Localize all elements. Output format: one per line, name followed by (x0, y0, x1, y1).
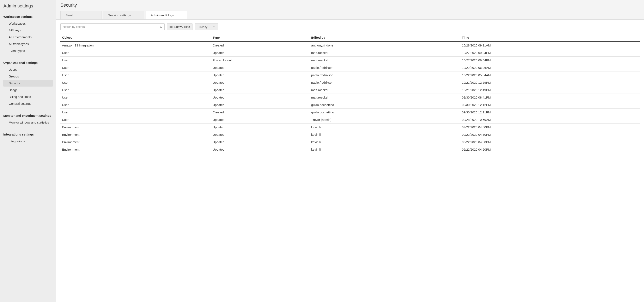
column-header-edited-by[interactable]: Edited by (310, 34, 460, 41)
cell-type: Created (211, 109, 310, 116)
page-title: Security (60, 2, 640, 11)
cell-type: Updated (211, 94, 310, 101)
column-header-time[interactable]: Time (460, 34, 640, 41)
column-header-object[interactable]: Object (60, 34, 211, 41)
sidebar-divider (2, 56, 54, 56)
svg-rect-2 (170, 26, 172, 28)
sidebar-title: Admin settings (0, 2, 56, 12)
svg-line-1 (162, 27, 162, 28)
sidebar-item-security[interactable]: Security (3, 80, 53, 86)
cell-type: Forced logout (211, 57, 310, 64)
cell-time: 09/22/2020 04:50PM (460, 131, 640, 138)
table-row[interactable]: UserUpdatedpablo.fredrikson10/22/2020 06… (60, 64, 640, 71)
tab-saml[interactable]: Saml (60, 11, 102, 19)
sidebar-section-heading: Integrations settings (0, 130, 56, 138)
sidebar-item-users[interactable]: Users (3, 66, 53, 73)
sidebar-item-groups[interactable]: Groups (3, 73, 53, 80)
cell-edited-by: pablo.fredrikson (310, 79, 460, 86)
audit-log-table: Object Type Edited by Time Amazon S3 Int… (60, 34, 640, 153)
chevron-down-icon (213, 26, 215, 28)
table-row[interactable]: EnvironmentUpdatedkevin.li09/22/2020 04:… (60, 138, 640, 146)
sidebar-item-integrations[interactable]: Integrations (3, 138, 53, 145)
main-body: Show / Hide Filter by Object Type Edited… (56, 19, 644, 302)
cell-edited-by: kevin.li (310, 131, 460, 138)
cell-time: 10/22/2020 05:54AM (460, 71, 640, 79)
tabs: SamlSession settingsAdmin audit logs (60, 11, 640, 19)
cell-type: Updated (211, 116, 310, 124)
cell-edited-by: matt.roeckel (310, 94, 460, 101)
table-row[interactable]: UserUpdatedmatt.roeckel10/27/2020 09:04P… (60, 49, 640, 57)
cell-time: 10/21/2020 12:49PM (460, 86, 640, 94)
cell-object: User (60, 71, 211, 79)
cell-type: Created (211, 41, 310, 49)
cell-time: 09/22/2020 04:50PM (460, 138, 640, 146)
sidebar-item-billing-and-limits[interactable]: Billing and limits (3, 93, 53, 100)
cell-edited-by: kevin.li (310, 124, 460, 131)
table-row[interactable]: UserUpdatedguido.pochettino09/30/2020 12… (60, 101, 640, 109)
cell-object: Environment (60, 124, 211, 131)
cell-object: User (60, 101, 211, 109)
sidebar-item-api-keys[interactable]: API keys (3, 27, 53, 34)
cell-object: Environment (60, 138, 211, 146)
sidebar-item-general-settings[interactable]: General settings (3, 100, 53, 107)
cell-type: Updated (211, 49, 310, 57)
table-row[interactable]: UserUpdatedpablo.fredrikson10/22/2020 05… (60, 71, 640, 79)
cell-time: 09/30/2020 12:12PM (460, 101, 640, 109)
cell-object: User (60, 49, 211, 57)
cell-edited-by: kevin.li (310, 146, 460, 153)
cell-time: 10/27/2020 09:04PM (460, 57, 640, 64)
cell-time: 10/27/2020 09:04PM (460, 49, 640, 57)
table-row[interactable]: UserForced logoutmatt.roeckel10/27/2020 … (60, 57, 640, 64)
table-row[interactable]: UserUpdatedmatt.roeckel10/21/2020 12:49P… (60, 86, 640, 94)
cell-time: 10/28/2020 09:11AM (460, 41, 640, 49)
cell-type: Updated (211, 131, 310, 138)
table-header-row: Object Type Edited by Time (60, 34, 640, 41)
show-hide-label: Show / Hide (174, 25, 190, 28)
cell-type: Updated (211, 71, 310, 79)
cell-time: 10/22/2020 06:06AM (460, 64, 640, 71)
table-row[interactable]: EnvironmentUpdatedkevin.li09/22/2020 04:… (60, 124, 640, 131)
cell-type: Updated (211, 124, 310, 131)
sidebar-item-event-types[interactable]: Event types (3, 47, 53, 54)
sidebar-item-monitor-window-and-statistics[interactable]: Monitor window and statistics (3, 119, 53, 126)
cell-edited-by: pablo.fredrikson (310, 71, 460, 79)
svg-point-0 (160, 26, 162, 28)
cell-time: 10/21/2020 12:59PM (460, 79, 640, 86)
table-row[interactable]: UserUpdatedpablo.fredrikson10/21/2020 12… (60, 79, 640, 86)
table-row[interactable]: EnvironmentUpdatedkevin.li09/22/2020 04:… (60, 131, 640, 138)
table-row[interactable]: UserUpdatedmatt.roeckel09/30/2020 08:41P… (60, 94, 640, 101)
cell-object: User (60, 109, 211, 116)
cell-edited-by: Trevor (admin) (310, 116, 460, 124)
search-input[interactable] (60, 23, 164, 30)
table-row[interactable]: EnvironmentUpdatedkevin.li09/22/2020 04:… (60, 146, 640, 153)
table-row[interactable]: Amazon S3 IntegrationCreatedanthony.rind… (60, 41, 640, 49)
cell-edited-by: matt.roeckel (310, 49, 460, 57)
sidebar-section-heading: Organizational settings (0, 58, 56, 66)
filter-by-button[interactable]: Filter by (194, 23, 218, 30)
filter-by-label: Filter by (198, 25, 207, 28)
search-wrap (60, 23, 164, 30)
cell-object: User (60, 94, 211, 101)
cell-type: Updated (211, 79, 310, 86)
show-hide-columns-button[interactable]: Show / Hide (167, 23, 192, 30)
sidebar-item-all-environments[interactable]: All environments (3, 34, 53, 40)
cell-object: Amazon S3 Integration (60, 41, 211, 49)
cell-time: 09/28/2020 10:59AM (460, 116, 640, 124)
sidebar-item-all-traffic-types[interactable]: All traffic types (3, 40, 53, 47)
cell-edited-by: matt.roeckel (310, 57, 460, 64)
tab-session-settings[interactable]: Session settings (103, 11, 144, 19)
main-area: Security SamlSession settingsAdmin audit… (56, 0, 644, 302)
table-row[interactable]: UserCreatedguido.pochettino09/30/2020 12… (60, 109, 640, 116)
table-row[interactable]: UserUpdatedTrevor (admin)09/28/2020 10:5… (60, 116, 640, 124)
cell-object: Environment (60, 146, 211, 153)
cell-edited-by: kevin.li (310, 138, 460, 146)
sidebar-item-workspaces[interactable]: Workspaces (3, 20, 53, 27)
sidebar-divider (2, 128, 54, 128)
column-header-type[interactable]: Type (211, 34, 310, 41)
sidebar: Admin settings Workspace settingsWorkspa… (0, 0, 56, 302)
sidebar-item-usage[interactable]: Usage (3, 86, 53, 93)
cell-object: Environment (60, 131, 211, 138)
cell-time: 09/30/2020 12:11PM (460, 109, 640, 116)
tab-admin-audit-logs[interactable]: Admin audit logs (146, 11, 187, 19)
cell-type: Updated (211, 64, 310, 71)
